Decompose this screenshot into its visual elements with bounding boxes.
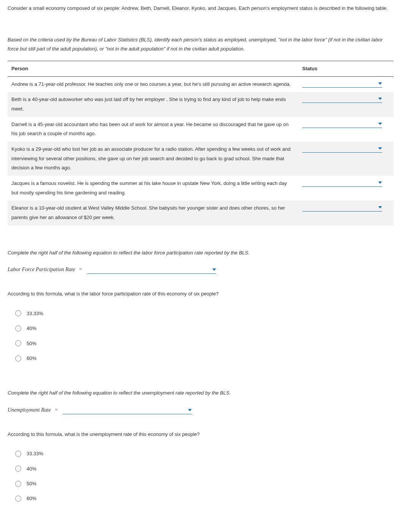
status-dropdown[interactable] — [302, 95, 382, 103]
status-dropdown[interactable] — [302, 80, 382, 88]
table-row: Eleanor is a 10-year-old student at West… — [8, 200, 393, 225]
table-row: Andrew is a 71-year-old professor. He te… — [8, 76, 393, 92]
unemp-options: 33.33% 40% 50% 60% — [15, 446, 393, 506]
status-dropdown[interactable] — [302, 120, 382, 128]
lfpr-options: 33.33% 40% 50% 60% — [15, 306, 393, 366]
equals-sign: = — [79, 267, 82, 272]
lfpr-label: Labor Force Participation Rate — [8, 267, 75, 272]
radio-button[interactable] — [15, 310, 21, 316]
option-row[interactable]: 40% — [15, 461, 393, 476]
chevron-down-icon — [378, 206, 382, 208]
option-row[interactable]: 60% — [15, 351, 393, 366]
header-person: Person — [8, 61, 298, 76]
person-cell: Beth is a 40-year-old autoworker who was… — [8, 92, 298, 117]
option-label: 60% — [27, 494, 36, 503]
table-row: Kyoko is a 29-year-old who lost her job … — [8, 142, 393, 176]
unemp-question: According to this formula, what is the u… — [8, 430, 393, 439]
option-label: 33.33% — [27, 309, 43, 318]
lfpr-question: According to this formula, what is the l… — [8, 289, 393, 298]
intro-text: Consider a small economy composed of six… — [8, 4, 393, 13]
chevron-down-icon — [188, 409, 192, 411]
option-label: 40% — [27, 464, 36, 473]
chevron-down-icon — [378, 98, 382, 100]
option-label: 50% — [27, 339, 36, 348]
unemp-label: Unemployment Rate — [8, 407, 51, 413]
status-dropdown[interactable] — [302, 204, 382, 212]
lfpr-prompt: Complete the right half of the following… — [8, 248, 393, 257]
chevron-down-icon — [212, 268, 216, 271]
lfpr-formula-dropdown[interactable] — [87, 266, 216, 274]
option-row[interactable]: 40% — [15, 321, 393, 336]
status-dropdown[interactable] — [302, 179, 382, 187]
radio-button[interactable] — [15, 451, 21, 457]
equals-sign: = — [55, 407, 58, 413]
status-table: Person Status Andrew is a 71-year-old pr… — [8, 61, 393, 226]
header-status: Status — [298, 61, 393, 76]
option-label: 40% — [27, 324, 36, 333]
option-row[interactable]: 33.33% — [15, 306, 393, 321]
unemp-prompt: Complete the right half of the following… — [8, 388, 393, 397]
unemp-formula-dropdown[interactable] — [63, 406, 192, 414]
table-row: Darnell is a 45-year-old accountant who … — [8, 117, 393, 142]
radio-button[interactable] — [15, 466, 21, 472]
person-cell: Darnell is a 45-year-old accountant who … — [8, 117, 298, 142]
lfpr-equation: Labor Force Participation Rate = — [8, 265, 393, 274]
person-cell: Kyoko is a 29-year-old who lost her job … — [8, 142, 298, 176]
chevron-down-icon — [378, 182, 382, 184]
option-label: 33.33% — [27, 449, 43, 458]
radio-button[interactable] — [15, 355, 21, 362]
option-row[interactable]: 60% — [15, 491, 393, 506]
option-label: 50% — [27, 479, 36, 488]
unemp-equation: Unemployment Rate = — [8, 405, 393, 415]
person-cell: Andrew is a 71-year-old professor. He te… — [8, 76, 298, 92]
option-row[interactable]: 33.33% — [15, 446, 393, 461]
radio-button[interactable] — [15, 496, 21, 502]
option-row[interactable]: 50% — [15, 476, 393, 491]
chevron-down-icon — [378, 123, 382, 125]
person-cell: Eleanor is a 10-year-old student at West… — [8, 200, 298, 225]
radio-button[interactable] — [15, 481, 21, 487]
person-cell: Jacques is a famous novelist. He is spen… — [8, 176, 298, 200]
option-row[interactable]: 50% — [15, 336, 393, 351]
table-row: Beth is a 40-year-old autoworker who was… — [8, 92, 393, 117]
radio-button[interactable] — [15, 340, 21, 346]
chevron-down-icon — [378, 82, 382, 85]
status-dropdown[interactable] — [302, 145, 382, 153]
instructions-text: Based on the criteria used by the Bureau… — [8, 35, 393, 53]
table-row: Jacques is a famous novelist. He is spen… — [8, 176, 393, 200]
radio-button[interactable] — [15, 325, 21, 332]
chevron-down-icon — [378, 147, 382, 150]
option-label: 60% — [27, 354, 36, 363]
